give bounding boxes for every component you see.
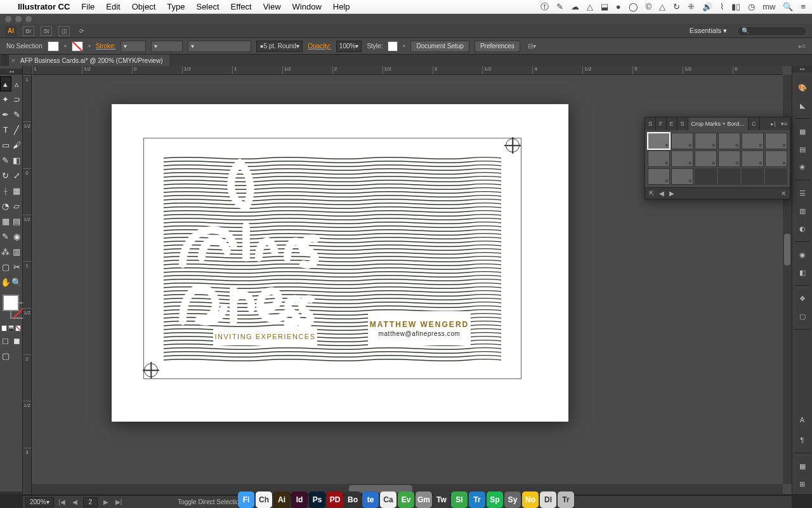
- eraser-tool[interactable]: ◧: [11, 152, 23, 168]
- blend-tool[interactable]: ◉: [11, 229, 23, 244]
- rectangle-tool[interactable]: ▭: [0, 137, 11, 152]
- menubar-evernote-icon[interactable]: ✎: [556, 2, 563, 11]
- artboard-thumb[interactable]: ⊕: [765, 150, 787, 167]
- symbol-sprayer-tool[interactable]: ⁂: [0, 244, 11, 259]
- paragraph-panel-icon[interactable]: ¶: [796, 434, 809, 446]
- menu-view[interactable]: View: [263, 2, 281, 11]
- opacity-label[interactable]: Opacity:: [308, 43, 331, 50]
- panel-cycle-icon[interactable]: ▸|: [768, 121, 778, 127]
- brush-preset[interactable]: ● 5 pt. Round ▾: [256, 41, 303, 52]
- scale-tool[interactable]: ⤢: [11, 168, 23, 183]
- artboard-thumb[interactable]: ⊕: [695, 150, 717, 167]
- dock-app[interactable]: Tr: [558, 491, 574, 508]
- panel-next-button[interactable]: ▶: [669, 190, 674, 197]
- swatches-panel-icon[interactable]: ▦: [796, 125, 809, 138]
- dock-app[interactable]: PD: [327, 491, 343, 508]
- fill-color-box[interactable]: [3, 295, 19, 311]
- direct-selection-tool[interactable]: ▵: [11, 76, 23, 91]
- artboard-thumb[interactable]: ⊕: [742, 133, 764, 149]
- artboard-thumb[interactable]: ⊕: [648, 133, 670, 149]
- minimize-window-button[interactable]: [15, 16, 22, 22]
- slice-tool[interactable]: ✂: [11, 259, 23, 274]
- tools-collapse-button[interactable]: ◂◂: [0, 69, 22, 75]
- workspace-switcher[interactable]: Essentials ▾: [686, 27, 731, 35]
- artboard-thumb[interactable]: ⊕: [648, 168, 670, 185]
- zoom-window-button[interactable]: [25, 16, 32, 22]
- dock-app[interactable]: Sl: [451, 491, 468, 508]
- dock-app[interactable]: Tw: [433, 491, 450, 508]
- menubar-volume-icon[interactable]: 🔊: [702, 2, 712, 11]
- color-panel-icon[interactable]: 🎨: [796, 81, 809, 94]
- color-mode-none[interactable]: [15, 325, 21, 331]
- artboard-thumb[interactable]: ⊕: [718, 150, 740, 167]
- menubar-time-icon[interactable]: ◷: [748, 2, 755, 11]
- pen-tool[interactable]: ✒: [0, 107, 11, 122]
- artboard-thumb[interactable]: ⊕: [765, 133, 787, 149]
- shape-builder-tool[interactable]: ◔: [0, 198, 11, 213]
- dock-app[interactable]: Tr: [469, 491, 485, 508]
- symbols-panel-icon[interactable]: ❀: [796, 161, 809, 173]
- menubar-flame-icon[interactable]: △: [659, 2, 665, 11]
- menubar-dropbox-icon[interactable]: ⬓: [601, 2, 608, 11]
- panel-tab[interactable]: S: [645, 117, 656, 130]
- menu-help[interactable]: Help: [333, 2, 350, 11]
- curvature-tool[interactable]: ✎: [11, 107, 23, 122]
- opacity-input[interactable]: 100% ▾: [336, 41, 362, 52]
- menubar-textexpander-icon[interactable]: ⓣ: [540, 1, 549, 13]
- stroke-weight-dropdown[interactable]: ▾: [121, 41, 146, 52]
- dock-app[interactable]: Id: [291, 491, 308, 508]
- document-setup-button[interactable]: Document Setup: [410, 41, 469, 52]
- rotate-tool[interactable]: ↻: [0, 168, 11, 183]
- menubar-notifications-icon[interactable]: ≡: [801, 2, 806, 11]
- width-tool[interactable]: ⟊: [0, 183, 11, 198]
- artboard-thumb[interactable]: ⊕: [695, 133, 717, 149]
- transparency-panel-icon[interactable]: ◐: [796, 222, 809, 235]
- appearance-panel-icon[interactable]: ◉: [796, 248, 809, 261]
- perspective-tool[interactable]: ▱: [11, 198, 23, 213]
- menubar-drive-icon[interactable]: △: [587, 2, 593, 11]
- mesh-tool[interactable]: ▦: [0, 213, 11, 229]
- dock-app[interactable]: te: [362, 491, 379, 508]
- bridge-button[interactable]: Br: [23, 26, 34, 36]
- gpu-button[interactable]: ⟳: [76, 26, 88, 36]
- menubar-clock-icon[interactable]: ↻: [673, 2, 680, 11]
- style-swatch[interactable]: [388, 41, 398, 51]
- lasso-tool[interactable]: ⊃: [11, 91, 23, 107]
- dock-app[interactable]: Ca: [380, 491, 396, 508]
- align-panel-icon[interactable]: ▦: [796, 460, 809, 472]
- artboard-thumb[interactable]: ⊕: [671, 133, 693, 149]
- stroke-panel-icon[interactable]: ☰: [796, 187, 809, 199]
- vertical-scroll-thumb[interactable]: [784, 234, 790, 265]
- artboard-tool[interactable]: ▢: [0, 259, 11, 274]
- arrange-button[interactable]: ◫: [58, 26, 70, 36]
- panel-tab-active[interactable]: Crop Marks + Bord…: [688, 117, 749, 130]
- panel-tab[interactable]: C: [749, 117, 760, 130]
- artboard-thumb[interactable]: ⊕: [671, 168, 693, 185]
- ruler-origin-corner[interactable]: [23, 66, 32, 75]
- menubar-spotlight-icon[interactable]: 🔍: [783, 2, 793, 11]
- panels-collapse-button[interactable]: ▸▸: [792, 66, 812, 72]
- dock-app[interactable]: Fi: [238, 491, 254, 508]
- fill-stroke-control[interactable]: [0, 292, 22, 324]
- menu-type[interactable]: Type: [167, 2, 185, 11]
- stock-button[interactable]: St: [41, 26, 52, 36]
- dock-app[interactable]: Ai: [273, 491, 290, 508]
- menubar-user[interactable]: mw: [763, 2, 775, 11]
- app-menu[interactable]: Illustrator CC: [18, 2, 70, 11]
- menu-window[interactable]: Window: [292, 2, 322, 11]
- artboard-thumb[interactable]: ⊕: [671, 150, 693, 167]
- menu-edit[interactable]: Edit: [106, 2, 120, 11]
- menubar-battery-icon[interactable]: ▮▯: [731, 2, 740, 11]
- color-guide-panel-icon[interactable]: ◣: [796, 99, 809, 112]
- menubar-c-icon[interactable]: ©: [646, 2, 652, 11]
- paintbrush-tool[interactable]: 🖌: [11, 137, 23, 152]
- zoom-tool[interactable]: 🔍: [11, 274, 23, 290]
- menubar-cloud-icon[interactable]: ☁: [571, 2, 579, 11]
- brush-dropdown[interactable]: ▾: [188, 41, 251, 52]
- free-transform-tool[interactable]: ▦: [11, 183, 23, 198]
- layers-panel-icon[interactable]: ❖: [796, 292, 809, 305]
- fill-swatch[interactable]: [48, 41, 59, 51]
- draw-mode-normal[interactable]: ◻: [0, 333, 11, 348]
- graphic-styles-panel-icon[interactable]: ◧: [796, 266, 809, 279]
- type-tool[interactable]: T: [0, 122, 11, 137]
